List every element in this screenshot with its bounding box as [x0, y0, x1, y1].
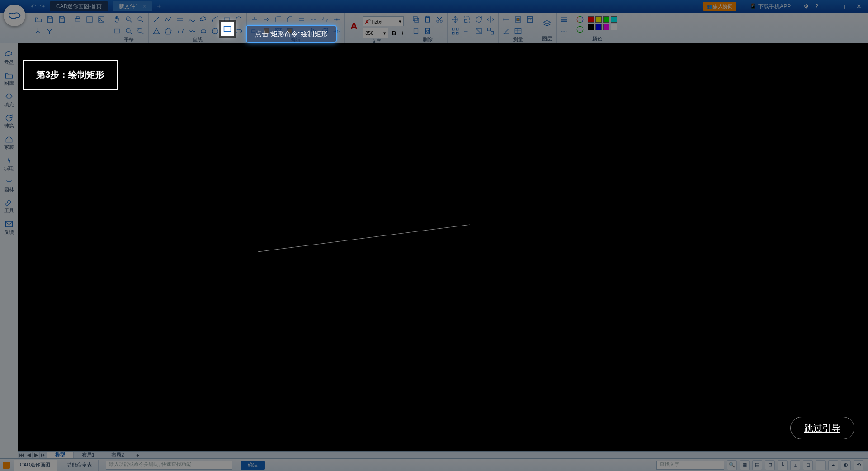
saveas-icon[interactable] [57, 14, 67, 24]
triangle-icon[interactable] [151, 26, 161, 36]
area-icon[interactable] [513, 14, 523, 24]
osnap-icon[interactable]: ◻ [803, 460, 813, 470]
lw-icon[interactable] [559, 14, 569, 24]
sidebar-convert[interactable]: 转换 [0, 111, 18, 132]
fontsize-select[interactable]: 350 ▾ [363, 28, 388, 38]
trim-icon[interactable] [250, 14, 259, 24]
link-icon[interactable]: ⟲ [854, 460, 863, 470]
join-icon[interactable] [332, 14, 342, 24]
move-icon[interactable] [450, 14, 460, 24]
first-tab-icon[interactable]: ⏮ [18, 452, 25, 458]
ellipse2-icon[interactable] [198, 26, 208, 36]
wave-icon[interactable] [187, 26, 197, 36]
add-layout-button[interactable]: + [132, 452, 142, 458]
grid-icon[interactable]: ▦ [740, 460, 750, 470]
open-icon[interactable] [33, 14, 43, 24]
circle-icon[interactable] [210, 26, 220, 36]
crosshair-icon[interactable]: + [828, 460, 838, 470]
export-icon[interactable] [33, 26, 43, 36]
calc-icon[interactable] [525, 14, 535, 24]
offset-icon[interactable] [297, 14, 307, 24]
angle-icon[interactable] [501, 26, 511, 36]
mirror-icon[interactable] [486, 14, 495, 24]
swatch-magenta[interactable] [603, 24, 609, 30]
tab-model[interactable]: 模型 [47, 452, 74, 458]
pentagon-icon[interactable] [163, 26, 173, 36]
tab-home[interactable]: CAD迷你画图-首页 [50, 1, 108, 11]
swatch-blue[interactable] [595, 24, 602, 30]
zoomin-icon[interactable] [124, 14, 134, 24]
group-icon[interactable] [474, 26, 484, 36]
scale-icon[interactable] [462, 14, 472, 24]
extend-icon[interactable] [261, 14, 271, 24]
layer-icon[interactable] [541, 14, 553, 33]
confirm-button[interactable]: 确定 [241, 461, 265, 470]
help-icon[interactable]: ? [815, 3, 818, 9]
image-icon[interactable] [96, 14, 106, 24]
tutorial-highlight-rectangle[interactable] [221, 22, 234, 36]
hand-icon[interactable] [112, 14, 122, 24]
break-icon[interactable] [308, 14, 318, 24]
tab-layout1[interactable]: 布局1 [74, 452, 103, 458]
canvas[interactable] [18, 43, 868, 451]
polar-icon[interactable]: ⟂ [790, 460, 800, 470]
settings-icon[interactable]: ⚙ [804, 3, 809, 9]
redo-icon[interactable]: ↷ [40, 3, 45, 10]
zoomrange-icon[interactable] [112, 26, 122, 36]
sidebar-elec[interactable]: 弱电 [0, 153, 18, 174]
zoomwin-icon[interactable] [136, 26, 146, 36]
ellipse-icon[interactable] [234, 26, 244, 36]
swatch-black[interactable] [588, 24, 594, 30]
close-window-icon[interactable]: ✕ [856, 3, 862, 10]
polyline-icon[interactable] [163, 14, 173, 24]
zoomout-icon[interactable] [136, 14, 146, 24]
pasteblock-icon[interactable] [423, 26, 433, 36]
lt-icon[interactable] [559, 26, 569, 36]
sidebar-fill[interactable]: 填充 [0, 89, 18, 111]
align-icon[interactable] [462, 26, 472, 36]
italic-button[interactable]: I [400, 30, 405, 37]
spline-icon[interactable] [187, 14, 197, 24]
dist-icon[interactable] [501, 14, 511, 24]
sidebar-home[interactable]: 家装 [0, 132, 18, 153]
pick-color-icon[interactable] [575, 24, 585, 34]
collab-button[interactable]: 👥 多人协同 [703, 2, 736, 11]
search-icon[interactable]: 🔍 [727, 460, 737, 470]
rotate-icon[interactable] [474, 14, 484, 24]
copy-icon[interactable] [411, 14, 421, 24]
fillet-icon[interactable] [273, 14, 283, 24]
close-tab-icon[interactable]: × [143, 3, 146, 9]
swatch-white[interactable] [611, 24, 617, 30]
undo-icon[interactable]: ↶ [31, 3, 36, 10]
snap-icon[interactable]: ⊞ [765, 460, 775, 470]
arc-icon[interactable] [210, 14, 220, 24]
prev-tab-icon[interactable]: ◀ [25, 452, 33, 458]
swatch-cyan[interactable] [611, 16, 617, 23]
ortho-icon[interactable]: └ [778, 460, 788, 470]
import-icon[interactable] [45, 26, 55, 36]
sidebar-library[interactable]: 图库 [0, 68, 18, 89]
cloud-icon[interactable] [198, 14, 208, 24]
sidebar-cloud[interactable]: 云盘 [0, 47, 18, 68]
sidebar-tools[interactable]: 工具 [0, 196, 18, 217]
frame-icon[interactable] [85, 14, 94, 24]
maximize-icon[interactable]: ▢ [844, 3, 850, 10]
app-logo[interactable] [4, 5, 25, 26]
bold-button[interactable]: B [390, 30, 398, 37]
zoomall-icon[interactable] [124, 26, 134, 36]
font-select[interactable]: Ab hztxt ▾ [363, 16, 404, 26]
save-icon[interactable] [45, 14, 55, 24]
swatch-red[interactable] [588, 16, 594, 23]
multiline-icon[interactable] [175, 14, 185, 24]
download-app-button[interactable]: 📱 下载手机APP [750, 3, 791, 10]
text-icon[interactable]: A [348, 17, 360, 35]
swatch-yellow[interactable] [595, 16, 602, 23]
command-input[interactable]: 输入功能或命令关键词, 快速查找功能 [106, 461, 232, 470]
array-icon[interactable] [450, 26, 460, 36]
search-text-input[interactable]: 查找文字 [656, 461, 724, 470]
lineweight-icon[interactable]: — [816, 460, 826, 470]
minimize-icon[interactable]: — [831, 3, 838, 10]
next-tab-icon[interactable]: ▶ [33, 452, 40, 458]
status-cmdtab[interactable]: 功能命令表 [61, 460, 99, 471]
sidebar-garden[interactable]: 园林 [0, 174, 18, 196]
